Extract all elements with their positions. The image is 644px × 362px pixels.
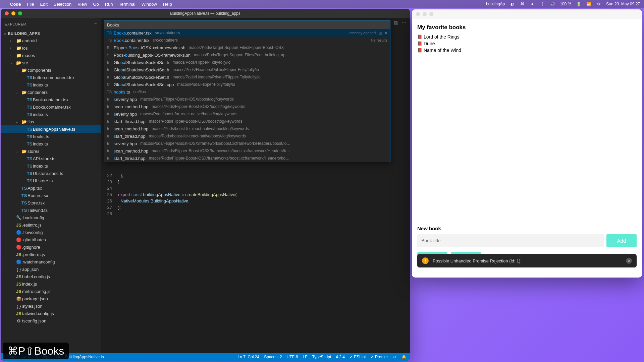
split-editor-icon[interactable]: ▥	[393, 20, 398, 25]
file-app.json[interactable]: { }app.json	[1, 265, 101, 273]
quick-open-input[interactable]	[104, 20, 390, 29]
quick-open-result[interactable]: hGlobalShutdownSocketSet.hmacos/Pods/Fli…	[104, 59, 390, 66]
control-center-icon[interactable]: ⚙	[596, 1, 601, 7]
menu-run[interactable]: Run	[105, 2, 113, 7]
quick-open-result[interactable]: TShooks.tssrc/libs	[104, 88, 390, 96]
quick-open-result[interactable]: hstart_thread.hppmacos/Pods/Flipper-Boos…	[104, 155, 390, 162]
status-file[interactable]: BuildingAppsNative.ts	[65, 355, 104, 359]
menu-edit[interactable]: Edit	[40, 2, 47, 7]
status-language[interactable]: TypeScript	[312, 355, 331, 359]
menubar-datetime[interactable]: Sun 23. May 09:27	[606, 2, 640, 6]
battery-percent[interactable]: 100 %	[560, 2, 571, 6]
menubar-app-name[interactable]: Code	[10, 2, 21, 7]
menubar-running-app[interactable]: buildingAp	[486, 2, 505, 6]
file-.flowconfig[interactable]: 🔵.flowconfig	[1, 229, 101, 236]
file-Routes.tsx[interactable]: TSRoutes.tsx	[1, 192, 101, 199]
folder-containers[interactable]: ⌄📂containers	[1, 88, 101, 96]
bluetooth-icon[interactable]: ᛒ	[540, 1, 545, 7]
file-.watchmanconfig[interactable]: 🔵.watchmanconfig	[1, 258, 101, 265]
status-icon[interactable]: ●	[530, 1, 535, 7]
window-maximize-button[interactable]	[18, 11, 22, 15]
file-.buckconfig[interactable]: 🔧.buckconfig	[1, 214, 101, 221]
quick-open-result[interactable]: hstart_thread.hppmacos/Pods/Flipper-Boos…	[104, 118, 390, 125]
quick-open-result[interactable]: hseverity.hppmacos/Pods/boost-for-react-…	[104, 110, 390, 118]
quick-open-result[interactable]: TSBook.container.tsxsrc/containersfile r…	[104, 37, 390, 44]
book-item[interactable]: 📕Dune	[417, 40, 637, 47]
wifi-icon[interactable]: 📶	[586, 1, 591, 7]
file-tsconfig.json[interactable]: ⚙tsconfig.json	[1, 317, 101, 324]
menu-selection[interactable]: Selection	[54, 2, 71, 7]
quick-open-result[interactable]: hscan_method.hppmacos/Pods/Flipper-Boost…	[104, 147, 390, 155]
quick-open-result[interactable]: CGlobalShutdownSocketSet.cppmacos/Pods/F…	[104, 81, 390, 88]
status-ts-version[interactable]: 4.2.4	[336, 355, 345, 359]
quick-open-result[interactable]: $Flipper-Boost-iOSX-xcframeworks.shmacos…	[104, 44, 390, 51]
preview-maximize-button[interactable]	[429, 12, 433, 16]
quick-open-result[interactable]: TSBooks.container.tsxsrc/containersrecen…	[104, 29, 390, 37]
file-UI.store.ts[interactable]: TSUI.store.ts	[1, 177, 101, 184]
file-BuildingAppsNative.ts[interactable]: TSBuildingAppsNative.ts	[1, 125, 101, 133]
file-styles.json[interactable]: { }styles.json	[1, 302, 101, 310]
file-.gitignore[interactable]: 🔴.gitignore	[1, 243, 101, 251]
editor-more-icon[interactable]: ⋯	[402, 20, 407, 25]
folder-stores[interactable]: ⌄📂stores	[1, 147, 101, 155]
toast-close-button[interactable]: ✕	[626, 258, 632, 264]
preview-titlebar[interactable]	[412, 9, 642, 19]
file-Books.container.tsx[interactable]: TSBooks.container.tsx	[1, 103, 101, 111]
folder-ios[interactable]: ›📁ios	[1, 44, 101, 52]
folder-macos[interactable]: ›📁macos	[1, 52, 101, 59]
folder-android[interactable]: ›📁android	[1, 37, 101, 44]
file-index.js[interactable]: JSindex.js	[1, 280, 101, 288]
folder-components[interactable]: ⌄📂components	[1, 66, 101, 74]
file-hooks.ts[interactable]: TShooks.ts	[1, 133, 101, 140]
window-minimize-button[interactable]	[11, 11, 15, 15]
file-UI.store.spec.ts[interactable]: TSUI.store.spec.ts	[1, 170, 101, 177]
vscode-titlebar[interactable]: BuildingAppsNative.ts — building_apps	[1, 9, 410, 18]
file-.prettierrc.js[interactable]: JS.prettierrc.js	[1, 251, 101, 258]
add-button[interactable]: Add	[606, 234, 637, 247]
file-index.ts[interactable]: TSindex.ts	[1, 162, 101, 170]
quick-open-result[interactable]: hGlobalShutdownSocketSet.hmacos/Pods/Hea…	[104, 66, 390, 73]
status-encoding[interactable]: UTF-8	[287, 355, 298, 359]
quick-open-result[interactable]: hseverity.hppmacos/Pods/Flipper-Boost-iO…	[104, 140, 390, 147]
menu-file[interactable]: File	[27, 2, 34, 7]
status-spaces[interactable]: Spaces: 2	[264, 355, 282, 359]
file-metro.config.js[interactable]: JSmetro.config.js	[1, 288, 101, 295]
folder-libs[interactable]: ⌄📂libs	[1, 118, 101, 125]
explorer-more-icon[interactable]: ⋯	[94, 22, 98, 26]
book-title-input[interactable]	[417, 234, 604, 247]
file-API.store.ts[interactable]: TSAPI.store.ts	[1, 155, 101, 162]
volume-icon[interactable]: 🔊	[550, 1, 555, 7]
file-index.ts[interactable]: TSindex.ts	[1, 111, 101, 118]
keyboard-icon[interactable]: ⌘	[520, 1, 525, 7]
status-eol[interactable]: LF	[303, 355, 308, 359]
file-button.component.tsx[interactable]: TSbutton.component.tsx	[1, 74, 101, 81]
status-eslint[interactable]: ✓ ESLint	[350, 355, 366, 359]
file-tailwind.config.js[interactable]: JStailwind.config.js	[1, 310, 101, 317]
file-Store.tsx[interactable]: TSStore.tsx	[1, 199, 101, 206]
book-item[interactable]: 📕Name of the Wind	[417, 47, 637, 54]
code-editor[interactable]: 22 };23}2425export const buildingAppsNat…	[101, 172, 410, 353]
menu-terminal[interactable]: Terminal	[119, 2, 136, 7]
menu-go[interactable]: Go	[93, 2, 99, 7]
file-babel.config.js[interactable]: JSbabel.config.js	[1, 273, 101, 280]
file-Tailwind.ts[interactable]: TSTailwind.ts	[1, 206, 101, 214]
quick-open-result[interactable]: hscan_method.hppmacos/Pods/Flipper-Boost…	[104, 103, 390, 110]
quick-open-result[interactable]: $Pods-building_apps-iOS-frameworks.shmac…	[104, 51, 390, 59]
file-.gitattributes[interactable]: 🔴.gitattributes	[1, 236, 101, 243]
file-index.ts[interactable]: TSindex.ts	[1, 140, 101, 147]
project-root[interactable]: ⌄ BUILDING_APPS	[1, 30, 101, 37]
status-prettier[interactable]: ✓ Prettier	[371, 355, 388, 359]
menu-window[interactable]: Window	[142, 2, 157, 7]
preview-minimize-button[interactable]	[423, 12, 427, 16]
quick-open-result[interactable]: hscan_method.hppmacos/Pods/boost-for-rea…	[104, 125, 390, 132]
quick-open-result[interactable]: hstart_thread.hppmacos/Pods/boost-for-re…	[104, 132, 390, 140]
file-App.tsx[interactable]: TSApp.tsx	[1, 184, 101, 192]
file-.eslintrc.js[interactable]: JS.eslintrc.js	[1, 221, 101, 229]
quick-open-result[interactable]: hseverity.hppmacos/Pods/Flipper-Boost-iO…	[104, 96, 390, 103]
window-close-button[interactable]	[5, 11, 9, 15]
file-Book.container.tsx[interactable]: TSBook.container.tsx	[1, 96, 101, 103]
book-item[interactable]: 📕Lord of the Rings	[417, 34, 637, 40]
status-bell-icon[interactable]: 🔔	[401, 355, 407, 359]
folder-src[interactable]: ⌄📂src	[1, 59, 101, 66]
status-feedback-icon[interactable]: ☺	[393, 355, 397, 359]
